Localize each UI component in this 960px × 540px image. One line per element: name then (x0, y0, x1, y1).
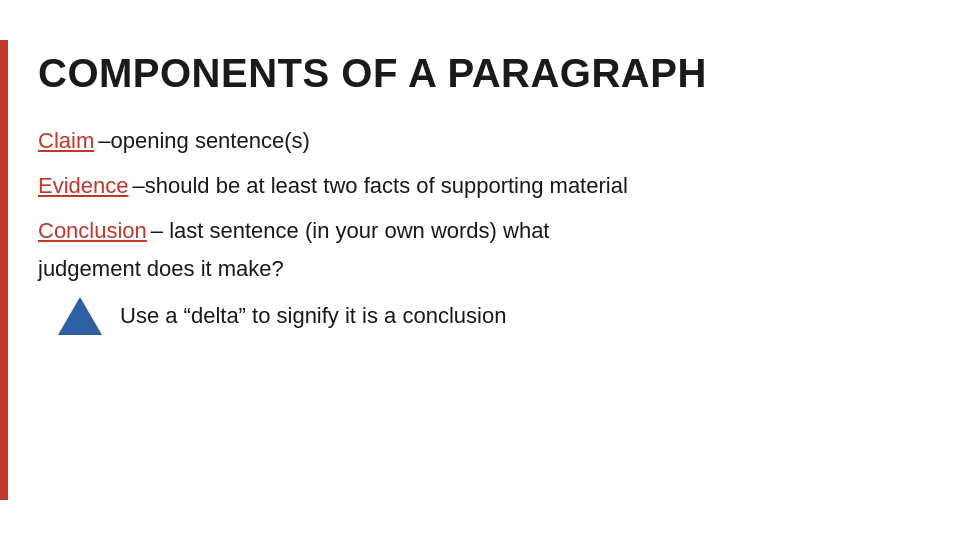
slide: COMPONENTS OF A PARAGRAPH Claim –opening… (0, 0, 960, 540)
delta-row: Use a “delta” to signify it is a conclus… (58, 297, 900, 335)
conclusion-first-line: Conclusion – last sentence (in your own … (38, 216, 900, 247)
claim-term: Claim (38, 126, 94, 157)
claim-definition: –opening sentence(s) (98, 126, 310, 157)
body-content: Claim –opening sentence(s) Evidence –sho… (38, 126, 900, 335)
evidence-definition: –should be at least two facts of support… (133, 171, 628, 202)
delta-text: Use a “delta” to signify it is a conclus… (120, 301, 506, 332)
conclusion-definition-line1: – last sentence (in your own words) what (151, 216, 550, 247)
left-accent-bar (0, 40, 8, 500)
slide-title: COMPONENTS OF A PARAGRAPH (38, 50, 900, 96)
evidence-term: Evidence (38, 171, 129, 202)
evidence-item: Evidence –should be at least two facts o… (38, 171, 900, 202)
delta-icon (58, 297, 102, 335)
conclusion-term: Conclusion (38, 216, 147, 247)
conclusion-item: Conclusion – last sentence (in your own … (38, 216, 900, 336)
conclusion-definition-line2: judgement does it make? (38, 254, 900, 285)
slide-content: COMPONENTS OF A PARAGRAPH Claim –opening… (38, 40, 900, 500)
claim-item: Claim –opening sentence(s) (38, 126, 900, 157)
